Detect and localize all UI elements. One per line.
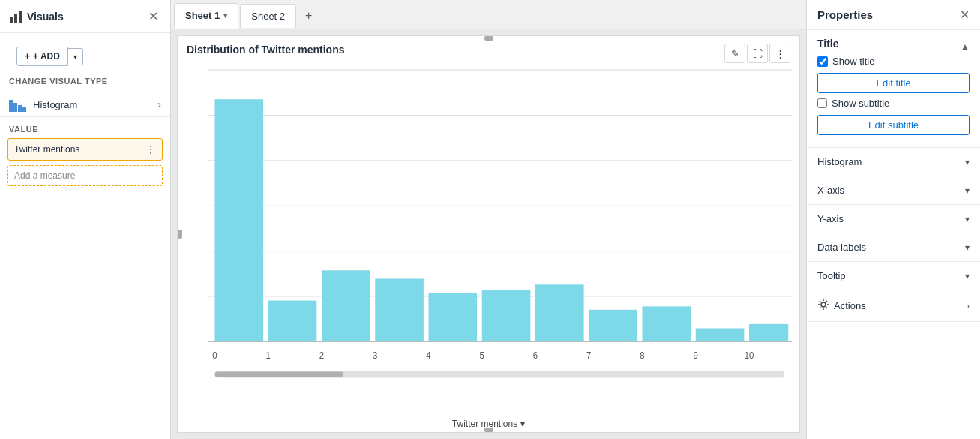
svg-rect-4 xyxy=(13,103,17,112)
xaxis-section[interactable]: X-axis ▾ xyxy=(807,176,980,205)
left-panel-title: Visuals xyxy=(9,10,64,23)
svg-text:7: 7 xyxy=(586,350,591,361)
svg-text:4: 4 xyxy=(426,350,430,361)
bar-7 xyxy=(589,310,637,341)
title-section-title: Title xyxy=(817,38,839,50)
twitter-mentions-field[interactable]: Twitter mentions ⋮ xyxy=(7,138,163,161)
bar-10 xyxy=(749,324,788,341)
xaxis-section-label: X-axis xyxy=(817,185,844,196)
svg-rect-3 xyxy=(9,100,13,112)
center-area: Sheet 1 ▾ Sheet 2 + Distribution of Twit… xyxy=(171,0,806,439)
value-section-label: VALUE xyxy=(0,117,170,138)
svg-text:10: 10 xyxy=(745,350,754,361)
edit-subtitle-button[interactable]: Edit subtitle xyxy=(817,115,970,135)
plus-icon: + xyxy=(25,51,30,62)
tabs-bar: Sheet 1 ▾ Sheet 2 + xyxy=(171,0,806,29)
x-axis-chevron-icon: ▾ xyxy=(520,419,525,429)
bar-4 xyxy=(429,293,478,341)
svg-text:1: 1 xyxy=(266,350,271,361)
resize-handle-top[interactable] xyxy=(484,36,493,41)
bar-8 xyxy=(643,306,691,341)
chart-header: Distribution of Twitter mentions ✎ ⛶ ⋮ xyxy=(178,36,799,66)
data-labels-chevron-icon: ▾ xyxy=(965,242,970,253)
svg-text:8: 8 xyxy=(640,350,644,361)
add-button-group: + + ADD ▾ xyxy=(16,47,154,66)
show-title-checkbox[interactable] xyxy=(817,56,828,67)
add-measure-button[interactable]: Add a measure xyxy=(7,165,163,186)
tab-sheet1[interactable]: Sheet 1 ▾ xyxy=(174,3,238,29)
data-labels-section-label: Data labels xyxy=(817,242,866,253)
left-panel-header: Visuals ✕ xyxy=(0,0,170,33)
left-panel: Visuals ✕ + + ADD ▾ CHANGE VISUAL TYPE H… xyxy=(0,0,171,439)
bar-2 xyxy=(322,270,370,341)
right-panel: Properties ✕ Title ▲ Show title Edit tit… xyxy=(806,0,980,439)
svg-point-35 xyxy=(821,302,826,307)
show-subtitle-label: Show subtitle xyxy=(832,98,889,109)
tooltip-section[interactable]: Tooltip ▾ xyxy=(807,262,980,290)
chart-actions: ✎ ⛶ ⋮ xyxy=(724,44,790,63)
visual-type-row[interactable]: Histogram › xyxy=(0,92,170,117)
bar-1 xyxy=(268,301,317,342)
svg-rect-1 xyxy=(14,14,17,23)
edit-title-button[interactable]: Edit title xyxy=(817,73,970,93)
svg-text:5: 5 xyxy=(480,350,484,361)
bar-0 xyxy=(215,99,264,341)
yaxis-section[interactable]: Y-axis ▾ xyxy=(807,205,980,233)
show-title-label: Show title xyxy=(832,56,874,67)
bar-9 xyxy=(696,328,745,341)
actions-label: Actions xyxy=(834,300,866,311)
svg-rect-5 xyxy=(18,105,22,112)
change-visual-type-label: CHANGE VISUAL TYPE xyxy=(0,77,170,92)
expand-chart-button[interactable]: ⛶ xyxy=(747,44,768,63)
histogram-chart: 0 100 200 300 400 500 600 xyxy=(208,69,792,396)
add-button[interactable]: + + ADD xyxy=(16,47,68,66)
chart-body: 0 100 200 300 400 500 600 xyxy=(178,66,799,419)
svg-text:3: 3 xyxy=(373,350,377,361)
visual-type-name: Histogram xyxy=(33,99,77,110)
svg-rect-2 xyxy=(19,11,22,23)
add-tab-button[interactable]: + xyxy=(298,3,319,29)
svg-text:9: 9 xyxy=(694,350,698,361)
edit-chart-button[interactable]: ✎ xyxy=(724,44,745,63)
properties-title: Properties xyxy=(817,8,873,21)
show-subtitle-row: Show subtitle xyxy=(817,98,970,109)
chart-container: Distribution of Twitter mentions ✎ ⛶ ⋮ xyxy=(177,35,800,433)
field-name: Twitter mentions xyxy=(14,144,79,155)
actions-chevron-right-icon: › xyxy=(967,301,970,311)
svg-text:0: 0 xyxy=(212,350,217,361)
histogram-section[interactable]: Histogram ▾ xyxy=(807,148,980,176)
tab-sheet2[interactable]: Sheet 2 xyxy=(240,4,296,28)
add-button-dropdown[interactable]: ▾ xyxy=(68,48,83,65)
resize-handle-bottom[interactable] xyxy=(484,428,493,432)
bar-6 xyxy=(535,284,584,341)
histogram-icon xyxy=(9,97,27,112)
field-menu-icon[interactable]: ⋮ xyxy=(145,143,156,155)
title-section-chevron: ▲ xyxy=(961,41,970,52)
yaxis-chevron-icon: ▾ xyxy=(965,214,970,224)
histogram-chevron-icon: ▾ xyxy=(965,157,970,167)
show-subtitle-checkbox[interactable] xyxy=(817,98,827,108)
close-properties-button[interactable]: ✕ xyxy=(960,8,970,22)
actions-icon xyxy=(817,299,829,313)
svg-rect-0 xyxy=(10,17,13,23)
data-labels-section[interactable]: Data labels ▾ xyxy=(807,233,980,262)
svg-rect-6 xyxy=(22,107,26,112)
visuals-icon xyxy=(9,10,22,23)
chevron-right-icon: › xyxy=(157,98,161,110)
tooltip-chevron-icon: ▾ xyxy=(965,271,970,281)
show-title-row: Show title xyxy=(817,56,970,67)
close-left-panel-button[interactable]: ✕ xyxy=(145,8,161,25)
svg-text:2: 2 xyxy=(319,350,324,361)
xaxis-chevron-icon: ▾ xyxy=(965,185,970,196)
actions-section[interactable]: Actions › xyxy=(807,290,980,322)
tab-chevron-icon: ▾ xyxy=(223,11,227,20)
bar-3 xyxy=(375,278,424,341)
right-panel-header: Properties ✕ xyxy=(807,0,980,30)
chart-menu-button[interactable]: ⋮ xyxy=(769,44,790,63)
visual-type-info: Histogram xyxy=(9,97,77,112)
svg-text:6: 6 xyxy=(533,350,538,361)
svg-rect-34 xyxy=(215,372,343,377)
tooltip-section-label: Tooltip xyxy=(817,270,846,281)
histogram-section-label: Histogram xyxy=(817,156,862,167)
bar-5 xyxy=(482,290,531,341)
